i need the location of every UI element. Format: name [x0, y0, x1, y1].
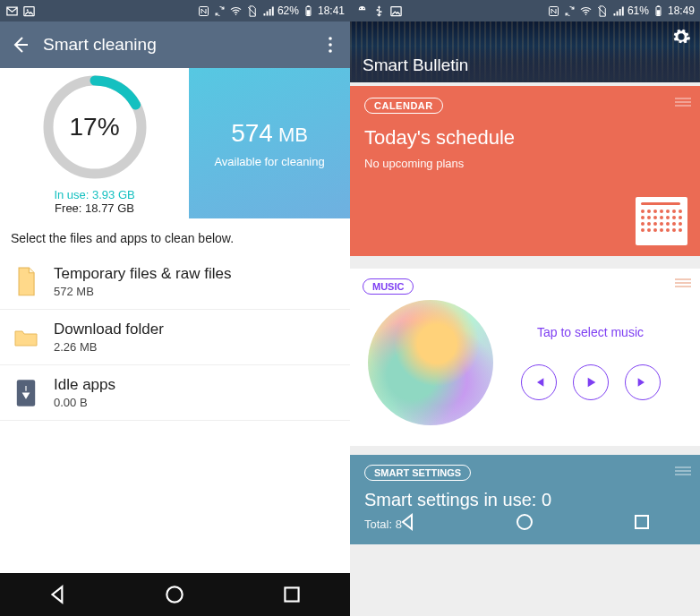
- drag-handle-icon[interactable]: [675, 95, 691, 111]
- nav-home-icon[interactable]: [163, 583, 186, 606]
- clean-list: Temporary files & raw files 572 MB Downl…: [0, 254, 350, 421]
- phone-smart-cleaning: 62% 18:41 Smart cleaning 17% In: [0, 0, 350, 616]
- svg-point-13: [167, 586, 183, 602]
- music-chip: MUSIC: [363, 278, 414, 295]
- svg-point-23: [517, 515, 532, 529]
- album-art-placeholder: [368, 300, 493, 425]
- available-value: 574: [231, 119, 273, 147]
- list-item[interactable]: Download folder 2.26 MB: [0, 310, 350, 365]
- play-button[interactable]: [573, 364, 609, 400]
- bulletin-header: Smart Bulletin: [350, 21, 700, 86]
- status-bar: 62% 18:41: [0, 0, 350, 21]
- smart-settings-card[interactable]: SMART SETTINGS Smart settings in use: 0 …: [350, 455, 700, 544]
- prev-track-button[interactable]: [521, 364, 557, 400]
- idle-apps-icon: [13, 378, 39, 408]
- nav-back-icon[interactable]: [47, 583, 70, 606]
- svg-point-15: [360, 7, 361, 8]
- folder-icon: [13, 322, 39, 353]
- sync-icon: [563, 4, 576, 18]
- svg-point-1: [27, 9, 29, 11]
- row-sub: 0.00 B: [54, 396, 115, 409]
- nav-recent-icon[interactable]: [280, 583, 303, 606]
- nav-recent-icon[interactable]: [631, 511, 653, 536]
- calendar-title: Today's schedule: [364, 126, 686, 150]
- tap-to-select[interactable]: Tap to select music: [537, 325, 644, 339]
- svg-point-16: [363, 7, 364, 8]
- battery-icon: [652, 4, 665, 18]
- calendar-chip: CALENDAR: [364, 98, 443, 114]
- svg-rect-21: [657, 5, 660, 6]
- svg-point-9: [329, 49, 332, 53]
- wifi-icon: [229, 4, 243, 18]
- status-bar: 61% 18:49: [350, 0, 700, 21]
- clock-text: 18:41: [318, 4, 345, 17]
- available-sub: Available for cleaning: [214, 155, 324, 168]
- back-icon[interactable]: [9, 34, 30, 56]
- sim-icon: [245, 4, 259, 18]
- gmail-icon: [5, 4, 19, 18]
- row-sub: 2.26 MB: [54, 340, 164, 354]
- overflow-menu-icon[interactable]: [320, 34, 341, 56]
- row-title: Temporary files & raw files: [54, 265, 231, 283]
- calendar-sub: No upcoming plans: [364, 157, 686, 170]
- battery-percent: 62%: [277, 4, 299, 17]
- battery-icon: [302, 4, 315, 18]
- usage-donut: 17%: [39, 72, 150, 183]
- smart-settings-chip: SMART SETTINGS: [364, 465, 471, 481]
- bulletin-title: Smart Bulletin: [363, 56, 468, 75]
- free-text: Free: 18.77 GB: [54, 201, 134, 215]
- svg-rect-6: [307, 10, 311, 15]
- settings-icon[interactable]: [671, 27, 691, 50]
- nav-bar: [350, 503, 700, 544]
- next-track-button[interactable]: [625, 364, 661, 400]
- wifi-icon: [579, 4, 593, 18]
- battery-percent: 61%: [627, 4, 649, 17]
- app-bar: Smart cleaning: [0, 21, 350, 68]
- available-unit: MB: [278, 124, 308, 146]
- nav-home-icon[interactable]: [514, 511, 535, 536]
- nfc-icon: [197, 4, 210, 18]
- nfc-icon: [547, 4, 560, 18]
- drag-handle-icon[interactable]: [675, 464, 691, 480]
- file-icon: [13, 267, 39, 297]
- phone-smart-bulletin: 61% 18:49 Smart Bulletin CALENDAR Today'…: [350, 0, 700, 616]
- svg-point-19: [585, 13, 587, 15]
- sync-icon: [213, 4, 226, 18]
- sim-icon: [595, 4, 609, 18]
- instruction-text: Select the files and apps to clean below…: [0, 218, 350, 254]
- music-card[interactable]: MUSIC Tap to select music: [350, 269, 700, 446]
- svg-point-8: [329, 43, 332, 47]
- svg-rect-22: [657, 10, 661, 15]
- svg-point-7: [329, 37, 332, 40]
- row-sub: 572 MB: [54, 285, 231, 298]
- row-title: Download folder: [54, 321, 164, 338]
- drag-handle-icon[interactable]: [675, 276, 691, 292]
- usage-percent: 17%: [39, 72, 150, 183]
- svg-rect-24: [636, 516, 648, 528]
- calendar-card[interactable]: CALENDAR Today's schedule No upcoming pl…: [350, 86, 700, 256]
- inuse-text: In use: 3.93 GB: [54, 188, 134, 201]
- svg-point-3: [235, 13, 237, 15]
- list-item[interactable]: Temporary files & raw files 572 MB: [0, 254, 350, 310]
- signal-icon: [261, 4, 275, 18]
- nav-bar: [0, 573, 350, 616]
- usb-icon: [372, 4, 386, 18]
- clock-text: 18:49: [668, 4, 695, 17]
- nav-back-icon[interactable]: [397, 511, 419, 536]
- image-icon: [22, 4, 36, 18]
- list-item[interactable]: Idle apps 0.00 B: [0, 365, 350, 421]
- svg-rect-14: [285, 587, 298, 601]
- calendar-mini-icon: [636, 197, 687, 245]
- svg-rect-5: [307, 5, 310, 6]
- available-tile[interactable]: 574MB Available for cleaning: [189, 68, 350, 218]
- summary-panel: 17% In use: 3.93 GB Free: 18.77 GB 574MB…: [0, 68, 350, 218]
- image-icon: [389, 4, 403, 18]
- row-title: Idle apps: [54, 376, 115, 394]
- app-title: Smart cleaning: [43, 35, 157, 55]
- android-icon: [355, 4, 369, 18]
- signal-icon: [611, 4, 625, 18]
